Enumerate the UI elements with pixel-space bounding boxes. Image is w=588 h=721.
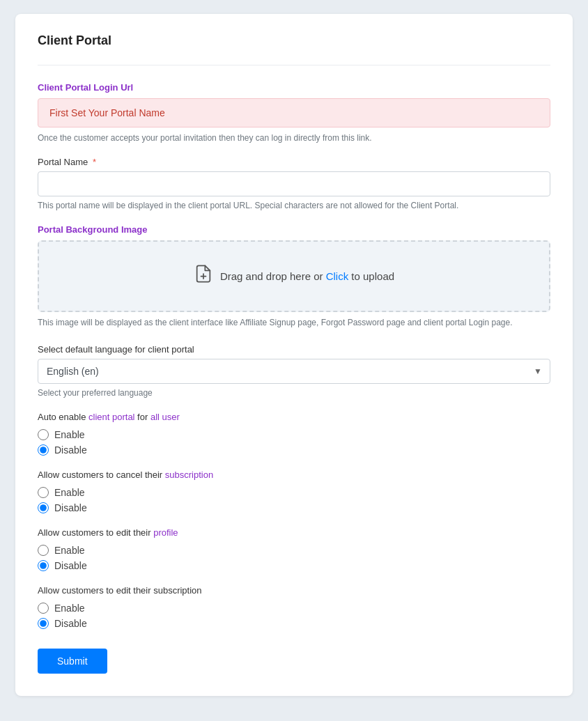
auto-enable-option-enable[interactable]: Enable — [38, 429, 550, 440]
portal-name-section: Portal Name * This portal name will be d… — [38, 157, 550, 210]
auto-enable-label-enable: Enable — [54, 429, 85, 440]
edit-profile-label: Allow customers to edit their profile — [38, 527, 550, 538]
portal-name-label: Portal Name * — [38, 157, 550, 167]
cancel-subscription-option-disable[interactable]: Disable — [38, 502, 550, 513]
edit-profile-label-enable: Enable — [54, 545, 85, 556]
card-title: Client Portal — [38, 33, 550, 48]
cancel-subscription-radio-disable[interactable] — [38, 502, 49, 513]
edit-profile-radio-enable[interactable] — [38, 545, 49, 556]
upload-click-link[interactable]: Click — [326, 270, 349, 282]
language-section: Select default language for client porta… — [38, 344, 550, 398]
required-asterisk: * — [93, 157, 96, 167]
cancel-subscription-label-enable: Enable — [54, 487, 85, 498]
language-select-wrapper: English (en) Spanish (es) French (fr) Ge… — [38, 359, 550, 384]
login-url-section: Client Portal Login Url First Set Your P… — [38, 82, 550, 143]
edit-subscription-radio-enable[interactable] — [38, 603, 49, 614]
portal-name-input[interactable] — [38, 171, 550, 196]
login-url-helper: Once the customer accepts your portal in… — [38, 133, 550, 143]
auto-enable-radio-disable[interactable] — [38, 444, 49, 456]
auto-enable-option-disable[interactable]: Disable — [38, 444, 550, 456]
edit-subscription-group: Allow customers to edit their subscripti… — [38, 585, 550, 629]
edit-profile-option-enable[interactable]: Enable — [38, 545, 550, 556]
edit-profile-label-disable: Disable — [54, 560, 87, 571]
upload-icon — [194, 264, 213, 288]
auto-enable-radio-enable[interactable] — [38, 429, 49, 440]
portal-background-section: Portal Background Image Drag and drop he… — [38, 224, 550, 327]
portal-name-helper: This portal name will be displayed in th… — [38, 201, 550, 210]
auto-enable-label-disable: Disable — [54, 444, 87, 456]
edit-subscription-label-disable: Disable — [54, 618, 87, 629]
edit-subscription-label-enable: Enable — [54, 603, 85, 614]
edit-profile-radio-disable[interactable] — [38, 560, 49, 571]
cancel-subscription-group: Allow customers to cancel their subscrip… — [38, 470, 550, 513]
auto-enable-group: Auto enable client portal for all user E… — [38, 412, 550, 456]
edit-profile-group: Allow customers to edit their profile En… — [38, 527, 550, 571]
edit-profile-option-disable[interactable]: Disable — [38, 560, 550, 571]
login-url-box: First Set Your Portal Name — [38, 98, 550, 127]
cancel-subscription-label: Allow customers to cancel their subscrip… — [38, 470, 550, 480]
client-portal-card: Client Portal Client Portal Login Url Fi… — [15, 14, 573, 696]
edit-subscription-option-enable[interactable]: Enable — [38, 603, 550, 614]
upload-area[interactable]: Drag and drop here or Click to upload — [38, 240, 550, 312]
edit-subscription-option-disable[interactable]: Disable — [38, 618, 550, 629]
upload-text: Drag and drop here or Click to upload — [220, 270, 394, 282]
upload-helper: This image will be displayed as the clie… — [38, 318, 550, 327]
submit-button[interactable]: Submit — [38, 649, 107, 674]
edit-subscription-label: Allow customers to edit their subscripti… — [38, 585, 550, 596]
language-helper: Select your preferred language — [38, 388, 550, 398]
login-url-label: Client Portal Login Url — [38, 82, 550, 93]
edit-subscription-radio-disable[interactable] — [38, 618, 49, 629]
portal-background-label: Portal Background Image — [38, 224, 550, 235]
cancel-subscription-label-disable: Disable — [54, 502, 87, 513]
language-label: Select default language for client porta… — [38, 344, 550, 355]
cancel-subscription-option-enable[interactable]: Enable — [38, 487, 550, 498]
divider — [38, 65, 550, 65]
auto-enable-label: Auto enable client portal for all user — [38, 412, 550, 422]
language-select[interactable]: English (en) Spanish (es) French (fr) Ge… — [38, 359, 550, 384]
cancel-subscription-radio-enable[interactable] — [38, 487, 49, 498]
